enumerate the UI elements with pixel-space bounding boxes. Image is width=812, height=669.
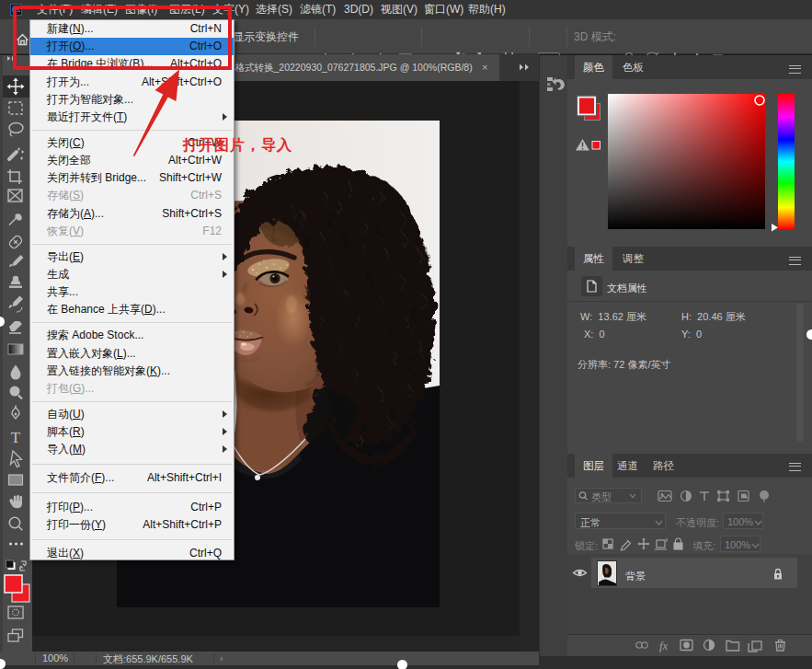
svg-text:T: T	[11, 429, 21, 446]
svg-text:fx: fx	[659, 639, 669, 652]
